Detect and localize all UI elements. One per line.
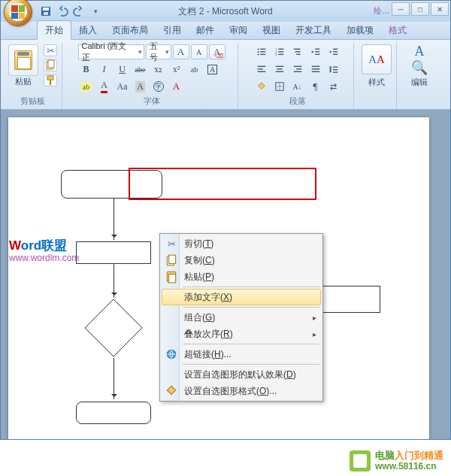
- svg-rect-1: [43, 8, 49, 11]
- menu-cut[interactable]: ✂ 剪切(T): [162, 235, 321, 252]
- highlight-button[interactable]: ab: [78, 79, 95, 94]
- tab-page-layout[interactable]: 页面布局: [104, 21, 156, 39]
- context-menu: ✂ 剪切(T) 复制(C) 粘贴(P) 添加文字(X) 组合(G) 叠放次序(R…: [159, 233, 323, 402]
- tab-format[interactable]: 格式: [381, 21, 414, 39]
- svg-rect-29: [257, 68, 262, 69]
- menu-format-shape[interactable]: 设置自选图形格式(O)...: [162, 383, 321, 399]
- svg-rect-39: [311, 71, 319, 72]
- cut-button[interactable]: ✂: [44, 44, 57, 56]
- tab-home[interactable]: 开始: [37, 20, 71, 40]
- font-size-dropdown[interactable]: 五号: [146, 44, 171, 59]
- menu-paste[interactable]: 粘贴(P): [162, 268, 321, 285]
- editing-label: 编辑: [411, 77, 428, 88]
- phonetic-guide-button[interactable]: ab: [186, 62, 203, 77]
- paste-button[interactable]: [8, 44, 38, 76]
- underline-button[interactable]: U: [114, 62, 131, 77]
- change-case-button[interactable]: Aa: [114, 79, 131, 94]
- superscript-button[interactable]: x²: [168, 62, 185, 77]
- align-center-button[interactable]: [271, 62, 288, 77]
- menu-set-defaults[interactable]: 设置自选图形的默认效果(D): [162, 366, 321, 383]
- grow-font-button[interactable]: A: [173, 44, 189, 59]
- quick-access-toolbar: ▾: [40, 5, 101, 17]
- save-icon[interactable]: [40, 5, 52, 17]
- menu-hyperlink[interactable]: 超链接(H)...: [162, 346, 321, 362]
- svg-rect-36: [293, 71, 301, 72]
- group-paragraph: 123 A↓ ¶ ⇄: [241, 43, 354, 109]
- flowchart-decision[interactable]: [83, 298, 144, 358]
- svg-rect-32: [277, 68, 282, 69]
- char-border-button[interactable]: A: [204, 62, 221, 77]
- strikethrough-button[interactable]: abe: [132, 62, 149, 77]
- menu-group[interactable]: 组合(G): [162, 309, 321, 326]
- borders-button[interactable]: [271, 79, 288, 94]
- increase-indent-button[interactable]: [325, 44, 342, 59]
- styles-button[interactable]: AA: [362, 44, 392, 74]
- distribute-button[interactable]: ⇄: [325, 79, 342, 94]
- ribbon: 粘贴 ✂ 剪贴板 Calibri (西文正 五号 A A A⌫: [1, 40, 450, 110]
- menu-paste-label: 粘贴: [184, 271, 202, 283]
- tab-insert[interactable]: 插入: [71, 21, 104, 39]
- subscript-button[interactable]: x₂: [150, 62, 167, 77]
- window-title: 文档 2 - Microsoft Word: [178, 5, 272, 18]
- minimize-button[interactable]: ─: [392, 2, 410, 16]
- enlarge-char-button[interactable]: A: [168, 79, 185, 94]
- enclose-char-button[interactable]: 字: [150, 79, 167, 94]
- copy-icon: [165, 253, 178, 267]
- maximize-button[interactable]: □: [411, 2, 429, 16]
- menu-add-text[interactable]: 添加文字(X): [162, 289, 321, 305]
- tab-view[interactable]: 视图: [255, 21, 288, 39]
- svg-rect-4: [48, 60, 54, 68]
- svg-point-7: [257, 48, 259, 50]
- multilevel-list-button[interactable]: [289, 44, 306, 59]
- qat-dropdown-icon[interactable]: ▾: [89, 5, 101, 17]
- editing-button[interactable]: A 🔍: [404, 44, 434, 74]
- menu-order-label: 叠放次序: [184, 328, 220, 341]
- italic-button[interactable]: I: [96, 62, 113, 77]
- redo-icon[interactable]: [73, 5, 85, 17]
- svg-rect-8: [260, 49, 265, 50]
- flowchart-arrow-1[interactable]: [114, 199, 114, 240]
- char-shading-button[interactable]: A: [132, 79, 149, 94]
- sort-button[interactable]: A↓: [289, 79, 306, 94]
- group-clipboard: 粘贴 ✂ 剪贴板: [4, 43, 62, 109]
- svg-rect-22: [315, 49, 319, 50]
- svg-text:3: 3: [274, 53, 277, 56]
- tab-review[interactable]: 审阅: [222, 21, 255, 39]
- paste-label: 粘贴: [15, 76, 32, 87]
- clipboard-group-label: 剪贴板: [8, 94, 57, 109]
- footer-branding: 电脑入门到精通 www.58116.cn: [350, 450, 443, 471]
- line-spacing-button[interactable]: [325, 62, 342, 77]
- align-right-button[interactable]: [289, 62, 306, 77]
- bullets-button[interactable]: [253, 44, 270, 59]
- justify-button[interactable]: [307, 62, 324, 77]
- numbering-button[interactable]: 123: [271, 44, 288, 59]
- align-left-button[interactable]: [253, 62, 270, 77]
- shrink-font-button[interactable]: A: [191, 44, 207, 59]
- clear-formatting-button[interactable]: A⌫: [209, 44, 226, 59]
- flowchart-process-1[interactable]: [76, 241, 151, 264]
- menu-defaults-label: 设置自选图形的默认效果: [184, 368, 283, 381]
- svg-rect-23: [315, 51, 319, 52]
- tab-references[interactable]: 引用: [156, 21, 189, 39]
- format-painter-button[interactable]: [44, 74, 57, 86]
- font-group-label: 字体: [70, 94, 233, 109]
- flowchart-arrow-2[interactable]: [114, 264, 114, 298]
- tab-addins[interactable]: 加载项: [339, 21, 381, 39]
- svg-rect-34: [293, 66, 301, 67]
- menu-copy[interactable]: 复制(C): [162, 252, 321, 268]
- flowchart-arrow-3[interactable]: [114, 358, 114, 399]
- tab-developer[interactable]: 开发工具: [288, 21, 339, 39]
- undo-icon[interactable]: [56, 5, 68, 17]
- show-marks-button[interactable]: ¶: [307, 79, 324, 94]
- flowchart-terminator-2[interactable]: [76, 402, 151, 424]
- font-color-button[interactable]: A: [96, 79, 113, 94]
- close-button[interactable]: ✕: [431, 2, 449, 16]
- tab-mailings[interactable]: 邮件: [189, 21, 222, 39]
- paragraph-group-label: 段落: [246, 94, 349, 109]
- font-name-dropdown[interactable]: Calibri (西文正: [78, 44, 144, 59]
- shading-button[interactable]: [253, 79, 270, 94]
- menu-order[interactable]: 叠放次序(R): [162, 326, 321, 342]
- bold-button[interactable]: B: [78, 62, 95, 77]
- decrease-indent-button[interactable]: [307, 44, 324, 59]
- copy-button[interactable]: [44, 59, 57, 71]
